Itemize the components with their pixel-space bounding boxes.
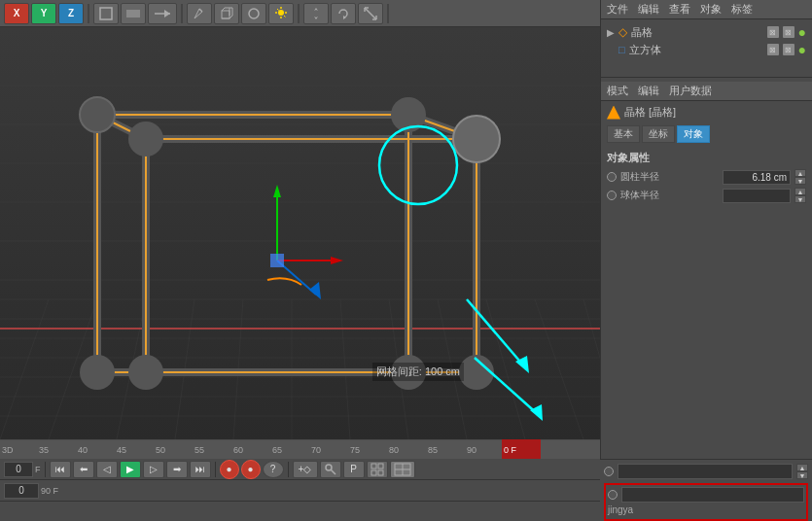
grid-btn[interactable] <box>367 461 388 478</box>
tree-item-cube[interactable]: □ 立方体 ⊠ ⊠ ● <box>617 41 808 58</box>
object-mode-btn[interactable] <box>93 3 119 24</box>
svg-text:75: 75 <box>350 445 360 455</box>
cylinder-up[interactable]: ▲ <box>794 169 806 177</box>
menu-edit-right[interactable]: 编辑 <box>638 2 659 17</box>
tab-basic[interactable]: 基本 <box>607 125 640 143</box>
cylinder-radio[interactable] <box>607 172 617 182</box>
svg-line-18 <box>365 8 376 19</box>
render-dot-cube[interactable]: ⊠ <box>783 44 794 55</box>
light-btn[interactable] <box>268 3 294 24</box>
svg-text:55: 55 <box>194 445 204 455</box>
menu-view-right[interactable]: 查看 <box>669 2 690 17</box>
visibility-dot-cube[interactable]: ⊠ <box>767 44 779 55</box>
play-btn[interactable]: ▶ <box>120 461 141 478</box>
right-top-menu: 文件 编辑 查看 对象 标签 <box>601 0 812 19</box>
cylinder-down[interactable]: ▼ <box>794 177 806 185</box>
svg-text:40: 40 <box>78 445 88 455</box>
sphere-radius-row: 球体半径 ▲ ▼ <box>607 188 806 203</box>
sphere-radio[interactable] <box>607 191 617 200</box>
cylinder-label: 圆柱半径 <box>620 170 719 184</box>
powerset-btn[interactable]: P <box>343 461 365 478</box>
next-frame-btn[interactable]: ➡ <box>166 461 188 478</box>
br-down1[interactable]: ▼ <box>796 471 808 479</box>
svg-line-15 <box>284 16 286 17</box>
menu-file-right[interactable]: 文件 <box>607 2 628 17</box>
prev-frame-btn[interactable]: ⬅ <box>73 461 94 478</box>
svg-text:3D: 3D <box>2 445 14 455</box>
svg-line-4 <box>199 9 202 12</box>
viewport-btn[interactable] <box>390 461 415 478</box>
sphere-down[interactable]: ▼ <box>794 195 806 203</box>
fps-label: 90 F <box>41 486 58 496</box>
pen-tool-btn[interactable] <box>187 3 212 24</box>
tab-coords[interactable]: 坐标 <box>642 125 675 143</box>
frame-start-input[interactable] <box>4 462 33 477</box>
prev-key-btn[interactable]: ◁ <box>96 461 118 478</box>
timeline[interactable]: 3D 35 40 45 50 55 60 65 70 75 80 85 90 0… <box>0 439 600 459</box>
svg-rect-118 <box>371 464 376 469</box>
br-input1[interactable] <box>618 464 793 479</box>
timeline-btn[interactable] <box>148 3 177 24</box>
lattice-icon: ◇ <box>618 25 627 39</box>
go-start-btn[interactable]: ⏮ <box>50 461 71 478</box>
sphere-up[interactable]: ▲ <box>794 188 806 195</box>
right-panel: 文件 编辑 查看 对象 标签 ▶ ◇ 晶格 ⊠ ⊠ ● □ 立方体 ⊠ ⊠ ● … <box>600 0 812 521</box>
sphere-value-input[interactable] <box>723 189 791 203</box>
scale-btn[interactable] <box>358 3 383 24</box>
br-radio1[interactable] <box>604 467 614 476</box>
svg-rect-119 <box>378 464 383 469</box>
svg-rect-120 <box>371 470 376 475</box>
svg-marker-16 <box>314 8 318 19</box>
tree-label-lattice: 晶格 <box>631 25 763 40</box>
svg-line-14 <box>277 9 279 11</box>
active-dot-lattice: ● <box>798 24 806 40</box>
svg-rect-1 <box>126 10 140 17</box>
br-input2[interactable] <box>621 487 804 503</box>
render-region-btn[interactable] <box>121 3 146 24</box>
menu-tag-right[interactable]: 标签 <box>731 2 753 17</box>
next-key-btn[interactable]: ▷ <box>143 461 164 478</box>
cube-btn[interactable] <box>214 3 239 24</box>
jingya-label: jingya <box>608 503 804 517</box>
render-dot-lattice[interactable]: ⊠ <box>783 26 794 38</box>
visibility-dot-lattice[interactable]: ⊠ <box>767 26 779 38</box>
rotate-btn[interactable] <box>331 3 356 24</box>
z-axis-btn[interactable]: Z <box>58 3 84 24</box>
mode-btn[interactable]: 模式 <box>607 84 628 98</box>
bottom-right-row2 <box>608 487 804 503</box>
sep2 <box>181 4 183 23</box>
record-rot-btn[interactable]: ● <box>241 460 261 479</box>
tree-label-cube: 立方体 <box>629 43 763 57</box>
tab-object[interactable]: 对象 <box>677 125 710 143</box>
br-up1[interactable]: ▲ <box>796 464 808 471</box>
bottom-row2: 90 F <box>0 480 600 502</box>
bottom-row1: F ⏮ ⬅ ◁ ▶ ▷ ➡ ⏭ ● ● ? +◇ P <box>0 459 600 480</box>
tree-item-lattice[interactable]: ▶ ◇ 晶格 ⊠ ⊠ ● <box>605 23 808 41</box>
x-axis-btn[interactable]: X <box>4 3 29 24</box>
add-key-btn[interactable]: +◇ <box>293 461 318 478</box>
sep1 <box>88 4 89 23</box>
sphere-btn[interactable] <box>241 3 266 24</box>
scene-tree: ▶ ◇ 晶格 ⊠ ⊠ ● □ 立方体 ⊠ ⊠ ● <box>601 19 812 78</box>
menu-object-right[interactable]: 对象 <box>700 2 722 17</box>
user-data-btn[interactable]: 用户数据 <box>669 84 712 98</box>
main-viewport[interactable]: ProRender <box>0 27 600 439</box>
record-pos-btn[interactable]: ● <box>220 460 239 479</box>
sep3 <box>298 4 300 23</box>
svg-text:90: 90 <box>467 445 477 455</box>
svg-text:45: 45 <box>117 445 126 455</box>
cylinder-value-input[interactable] <box>723 170 791 185</box>
current-frame-input[interactable] <box>4 483 39 499</box>
move-btn[interactable] <box>303 3 329 24</box>
y-axis-btn[interactable]: Y <box>31 3 56 24</box>
key-manager-btn[interactable] <box>320 461 341 478</box>
help-btn[interactable]: ? <box>263 461 284 478</box>
svg-rect-5 <box>222 11 229 18</box>
sphere-spinner: ▲ ▼ <box>794 188 806 203</box>
timeline-svg: 3D 35 40 45 50 55 60 65 70 75 80 85 90 0… <box>0 439 600 459</box>
edit-btn[interactable]: 编辑 <box>638 84 659 98</box>
br-radio2[interactable] <box>608 490 618 500</box>
prop-title: 晶格 [晶格] <box>624 105 676 120</box>
sep <box>45 462 46 477</box>
go-end-btn[interactable]: ⏭ <box>190 461 211 478</box>
